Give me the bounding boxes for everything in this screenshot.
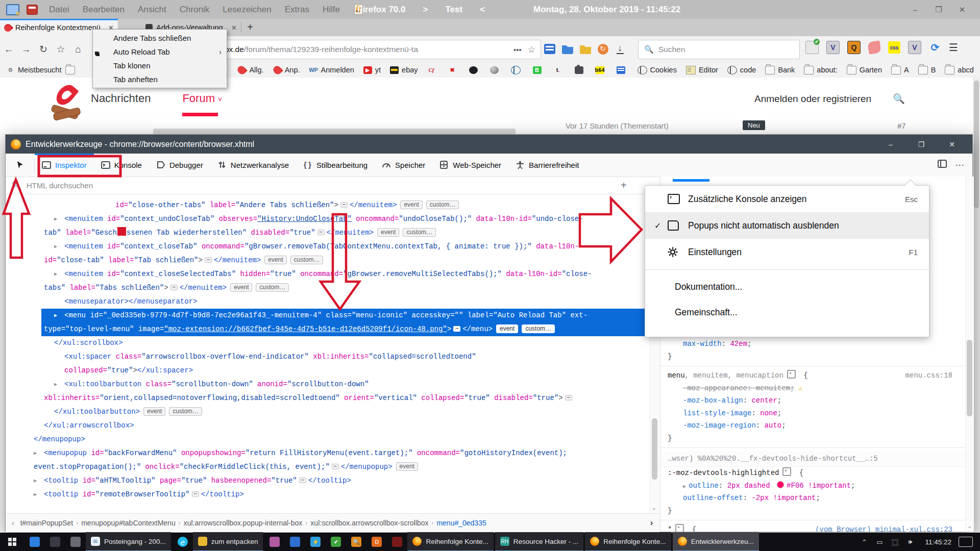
event-badge[interactable]: event	[230, 283, 252, 292]
menu-item-popups-nicht-automatisch-ausblenden[interactable]: ✓Popups nicht automatisch ausblenden	[645, 212, 929, 239]
markup-line[interactable]: </xul:scrollbox>	[6, 336, 660, 350]
taskbar-icon-photos[interactable]	[45, 533, 65, 551]
collapsed-children-badge[interactable]: ⋯	[205, 257, 212, 263]
bookmark-item-allg[interactable]: Allg.	[237, 66, 263, 74]
event-badge[interactable]: event	[143, 407, 165, 416]
speaker-icon[interactable]: 🕪	[902, 538, 918, 546]
bookmark-item[interactable]	[617, 66, 628, 74]
markup-line[interactable]: collapsed="true"></xul:spacer>	[6, 364, 660, 378]
rule-decl[interactable]: max-width: 42em;	[660, 338, 966, 350]
new-tab-button[interactable]: +	[241, 19, 259, 36]
dock-layout-icon[interactable]	[934, 160, 951, 170]
tab-close-icon[interactable]: ✕	[231, 24, 237, 32]
bookmark-item[interactable]	[469, 66, 481, 74]
forward-icon[interactable]: →	[17, 44, 35, 55]
bookmark-item[interactable]: B	[533, 66, 545, 74]
rules-scrollbar[interactable]: ⌄	[965, 177, 974, 532]
bookmark-item-yt[interactable]: ▶yt	[363, 66, 381, 74]
taskbar-app-zum-entpacken[interactable]: zum entpacken	[193, 532, 263, 551]
expand-arrow-icon[interactable]: ▶	[34, 446, 37, 460]
open-folder-icon[interactable]	[580, 44, 591, 54]
markup-line-selected[interactable]: ▶<menu id="_0ed335eb-9779-4d7f-b9d8-7ec2…	[6, 309, 660, 322]
expand-arrow-icon[interactable]: ▶	[34, 488, 37, 502]
taskbar-icon-green-check[interactable]: ✔	[326, 533, 346, 551]
bookmark-item-b[interactable]: B	[918, 66, 936, 74]
expand-arrow-icon[interactable]: ▶	[54, 212, 57, 226]
sync-addon-icon[interactable]: ⟳	[929, 41, 941, 54]
rule-close[interactable]: }	[660, 350, 966, 363]
highlighter-target-icon[interactable]	[787, 370, 796, 379]
bookmark-item-anp[interactable]: Anp.	[273, 66, 300, 74]
bookmark-item-code[interactable]: code	[727, 66, 756, 74]
taskbar-app-resource-hacker-[interactable]: RHResource Hacker - ...	[495, 532, 584, 551]
event-badge[interactable]: custom…	[522, 324, 555, 333]
highlighter-target-icon[interactable]	[782, 467, 791, 476]
minimize-icon[interactable]: –	[903, 5, 927, 14]
rule-sel[interactable]: :-moz-devtools-highlighted {	[660, 467, 966, 480]
color-swatch[interactable]	[777, 481, 784, 488]
calendar-check-addon-icon[interactable]	[805, 41, 819, 54]
markup-line[interactable]: id="close-tab" label="Tab schließen">⋯</…	[6, 254, 660, 267]
taskbar-icon-lightning[interactable]: ⚡	[305, 533, 326, 551]
bookmark-meistbesucht[interactable]: ⚙ Meistbesucht	[6, 66, 75, 74]
scrollbar-down-icon[interactable]: ⌄	[652, 505, 656, 511]
context-menu-item[interactable]: Tab klonen	[93, 59, 227, 72]
magnifier-addon-icon[interactable]: Q	[847, 41, 861, 54]
nav-forum[interactable]: Forum ˅	[182, 92, 222, 105]
menu-item-zus-tzliche-konsole-anzeigen[interactable]: Zusätzliche Konsole anzeigenEsc	[645, 186, 929, 212]
collapsed-children-badge[interactable]: ⋯	[332, 464, 339, 469]
breadcrumb-item[interactable]: menupopup#tabContextMenu	[81, 519, 175, 527]
markup-line[interactable]: event.stopPropagation();" onclick="check…	[6, 460, 660, 474]
taskbar-app-reihenfolge-konte-[interactable]: Reihenfolge Konte...	[407, 532, 493, 551]
page-scrollbar[interactable]	[973, 78, 980, 533]
menu-hilfe[interactable]: Hilfe	[323, 5, 340, 15]
reload-icon[interactable]: ↻	[35, 43, 52, 55]
collapsed-children-badge[interactable]: ⋯	[565, 395, 572, 400]
markup-line[interactable]: xbl:inherits="orient,collapsed=notoverfl…	[6, 391, 660, 405]
expand-arrow-icon[interactable]: ▶	[54, 267, 57, 281]
markup-line[interactable]: </menupopup>	[6, 433, 660, 446]
node-picker-button[interactable]	[6, 158, 35, 172]
collapsed-children-badge[interactable]: ⋯	[299, 478, 306, 483]
collapsed-children-badge[interactable]: ⋯	[192, 491, 199, 497]
bookmark-item[interactable]	[511, 66, 524, 74]
rule-source-link[interactable]: (vom Browser) minimal-xul.css:23	[815, 523, 952, 532]
menu-lesezeichen[interactable]: Lesezeichen	[223, 5, 271, 15]
bookmark-item[interactable]: Cf	[427, 66, 439, 74]
close-icon[interactable]: ✕	[950, 5, 974, 14]
rule-decl[interactable]: outline-offset: -2px !important;	[660, 492, 966, 505]
breadcrumb-item[interactable]: xul:scrollbox.arrowscrollbox-scrollbox	[310, 519, 428, 527]
context-menu-item[interactable]: Auto Reload Tab›	[93, 45, 227, 59]
devtools-tab-barrierefreiheit[interactable]: Barrierefreiheit	[508, 154, 586, 177]
highlighter-target-icon[interactable]	[675, 524, 684, 532]
expand-arrow-icon[interactable]: ▶	[683, 484, 686, 489]
taskbar-icon-blue-app[interactable]	[285, 533, 305, 551]
event-badge[interactable]: event	[264, 256, 286, 264]
minimize-icon[interactable]: –	[875, 140, 906, 148]
bookmark-item-ebay[interactable]: ebay	[390, 66, 418, 74]
v2-addon-icon[interactable]: V	[908, 41, 921, 54]
event-badge[interactable]: event	[396, 462, 418, 471]
start-button[interactable]	[0, 533, 24, 551]
breadcrumb-forward-icon[interactable]: ›	[650, 518, 653, 528]
bookmark-item-bank[interactable]: Bank	[765, 66, 795, 74]
markup-line[interactable]: ▶<menuitem id="context_closeTab" oncomma…	[6, 240, 660, 254]
taskbar-app-posteingang-[interactable]: ✉Posteingang - 200...	[86, 532, 171, 551]
scrollbar-down-icon[interactable]: ⌄	[967, 523, 972, 530]
menu-bearbeiten[interactable]: Bearbeiten	[83, 5, 125, 15]
rule-sel[interactable]: * {(vom Browser) minimal-xul.css:23	[660, 523, 966, 532]
html-search-row[interactable]: 🔍 HTML durchsuchen +	[6, 177, 660, 194]
rule-source-uri[interactable]: …wser) %0A%20%20.__fx-devtools-hide-shor…	[660, 451, 966, 467]
devtools-titlebar[interactable]: Entwicklerwerkzeuge - chrome://browser/c…	[6, 135, 972, 154]
bookmark-item[interactable]	[490, 66, 502, 74]
event-badge[interactable]: custom…	[426, 201, 459, 209]
markup-line[interactable]: ▶<menuitem id="context_undoCloseTab" obs…	[6, 212, 660, 226]
menu-item-gemeinschaft-[interactable]: Gemeinschaft...	[645, 299, 929, 325]
collapsed-children-badge[interactable]: ⋯	[170, 285, 178, 290]
event-badge[interactable]: custom…	[290, 256, 324, 264]
markup-line[interactable]: tab" label="Geschssenen Tab wiederherste…	[6, 226, 660, 240]
taskbar-icon-magnifier[interactable]: 🔍	[346, 533, 366, 551]
event-badge[interactable]: custom…	[169, 407, 202, 416]
meatball-menu-icon[interactable]: ⋯	[951, 160, 968, 170]
devtools-tab-debugger[interactable]: Debugger	[149, 154, 210, 177]
